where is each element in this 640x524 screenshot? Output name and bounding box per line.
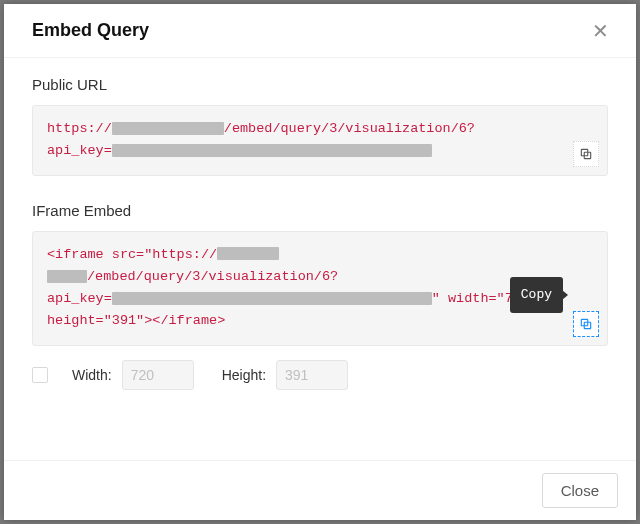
redacted-host [217,247,279,260]
copy-icon [579,317,593,331]
modal-title: Embed Query [32,20,149,41]
code-text: <iframe src="https:// [47,247,217,262]
iframe-label: IFrame Embed [32,202,608,219]
public-url-section: Public URL https:///embed/query/3/visual… [32,76,608,176]
modal-header: Embed Query ✕ [4,4,636,58]
code-text: api_key= [47,143,112,158]
modal-body: Public URL https:///embed/query/3/visual… [4,58,636,460]
redacted-apikey [112,292,432,305]
height-input[interactable] [276,360,348,390]
redacted-host [47,270,87,283]
close-icon[interactable]: ✕ [588,21,612,41]
width-label: Width: [72,367,112,383]
size-controls: Width: Height: [32,360,608,390]
code-text: height="391"></iframe> [47,313,225,328]
code-text: /embed/query/3/visualization/6? [224,121,475,136]
copy-icon [579,147,593,161]
redacted-host [112,122,224,135]
width-input[interactable] [122,360,194,390]
close-button[interactable]: Close [542,473,618,508]
modal-footer: Close [4,460,636,520]
iframe-code[interactable]: <iframe src="https:// /embed/query/3/vis… [32,231,608,346]
iframe-section: IFrame Embed <iframe src="https:// /embe… [32,202,608,390]
copy-button[interactable] [573,141,599,167]
code-text: /embed/query/3/visualization/6? [87,269,338,284]
size-checkbox[interactable] [32,367,48,383]
copy-button[interactable] [573,311,599,337]
redacted-apikey [112,144,432,157]
copy-tooltip: Copy [510,277,563,312]
public-url-label: Public URL [32,76,608,93]
height-label: Height: [222,367,266,383]
embed-query-modal: Embed Query ✕ Public URL https:///embed/… [4,4,636,520]
code-text: https:// [47,121,112,136]
code-text: api_key= [47,291,112,306]
public-url-code[interactable]: https:///embed/query/3/visualization/6? … [32,105,608,176]
